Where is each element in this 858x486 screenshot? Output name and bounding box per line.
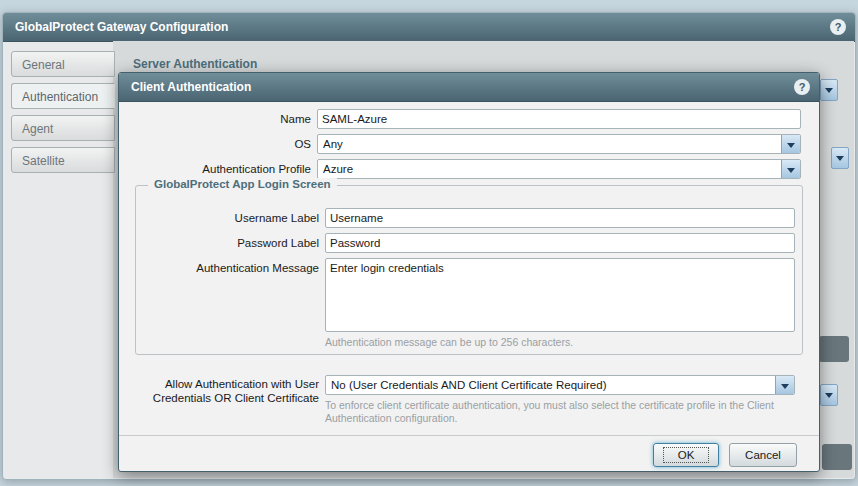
dialog-help-icon[interactable]: ?	[794, 79, 810, 95]
cert-auth-label-line1: Allow Authentication with User	[119, 377, 319, 391]
login-screen-legend: GlobalProtect App Login Screen	[148, 178, 337, 190]
password-label-input[interactable]	[325, 233, 795, 253]
os-dropdown-value: Any	[323, 138, 778, 150]
section-title-server-authentication: Server Authentication	[133, 57, 257, 71]
ok-button-label: OK	[663, 447, 710, 463]
chevron-down-icon[interactable]	[775, 376, 794, 394]
chevron-down-icon[interactable]	[781, 135, 800, 153]
cert-auth-hint: To enforce client certificate authentica…	[325, 399, 787, 425]
auth-profile-dropdown[interactable]: Azure	[317, 159, 801, 179]
cancel-button[interactable]: Cancel	[729, 443, 797, 467]
background-dropdown-arrow-icon	[831, 147, 849, 169]
tab-satellite[interactable]: Satellite	[11, 147, 115, 173]
name-label: Name	[119, 112, 311, 126]
name-input[interactable]	[317, 109, 801, 129]
background-panel-fragment	[819, 336, 849, 362]
username-label-input[interactable]	[325, 208, 795, 228]
auth-message-hint: Authentication message can be up to 256 …	[325, 336, 785, 349]
dialog-title: Client Authentication	[119, 80, 251, 94]
tab-general[interactable]: General	[11, 51, 115, 77]
ok-button[interactable]: OK	[653, 443, 719, 467]
username-label-label: Username Label	[119, 211, 319, 225]
help-icon[interactable]: ?	[830, 19, 846, 35]
tab-agent[interactable]: Agent	[11, 115, 115, 141]
screen: GlobalProtect Gateway Configuration ? Se…	[0, 0, 858, 486]
background-dropdown-arrow-icon	[820, 79, 838, 101]
chevron-down-icon[interactable]	[781, 160, 800, 178]
cert-auth-label-line2: Credentials OR Client Certificate	[119, 391, 319, 405]
background-button-fragment	[822, 444, 852, 470]
background-dropdown-arrow-icon	[820, 384, 838, 406]
window-title: GlobalProtect Gateway Configuration	[3, 20, 228, 34]
auth-message-label: Authentication Message	[119, 261, 319, 275]
os-label: OS	[119, 137, 311, 151]
cert-auth-label: Allow Authentication with User Credentia…	[119, 377, 319, 405]
cert-auth-dropdown[interactable]: No (User Credentials AND Client Certific…	[325, 375, 795, 395]
auth-profile-dropdown-value: Azure	[323, 163, 778, 175]
password-label-label: Password Label	[119, 236, 319, 250]
tab-authentication[interactable]: Authentication	[11, 83, 115, 109]
dialog-titlebar: Client Authentication ?	[119, 73, 819, 102]
client-auth-dialog: Client Authentication ? Name OS Any Auth…	[118, 72, 820, 472]
auth-message-textarea[interactable]	[325, 258, 795, 332]
os-dropdown[interactable]: Any	[317, 134, 801, 154]
auth-profile-label: Authentication Profile	[119, 162, 311, 176]
window-titlebar: GlobalProtect Gateway Configuration ?	[3, 13, 855, 42]
cert-auth-dropdown-value: No (User Credentials AND Client Certific…	[331, 379, 772, 391]
footer-divider	[119, 435, 819, 436]
cancel-button-label: Cancel	[745, 449, 781, 461]
